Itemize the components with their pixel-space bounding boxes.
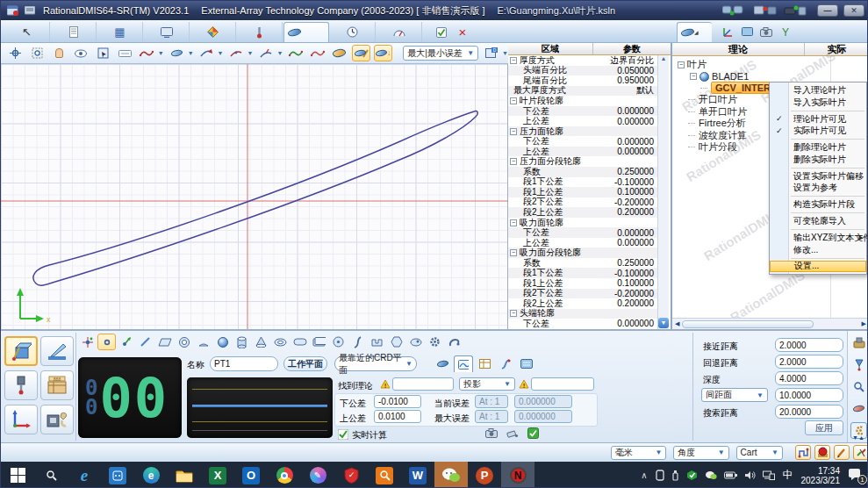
estop-icon[interactable] xyxy=(814,445,830,460)
chrome-icon[interactable] xyxy=(268,462,301,488)
dropdown-caret[interactable]: ▼ xyxy=(188,50,194,56)
gear-icon[interactable] xyxy=(426,334,444,350)
app-icon[interactable] xyxy=(4,5,22,17)
cancel-icon[interactable]: × xyxy=(454,25,471,39)
table-scrollbar[interactable]: ▲ ▼ xyxy=(657,55,669,329)
antivirus-icon[interactable] xyxy=(686,470,698,481)
angle-dropdown[interactable]: 角度▼ xyxy=(673,446,728,460)
graph-mini-icon[interactable] xyxy=(454,355,473,372)
wechat-icon[interactable] xyxy=(434,462,468,488)
collapse-icon[interactable]: − xyxy=(690,73,697,80)
screen-icon[interactable] xyxy=(738,22,756,42)
circle-icon[interactable] xyxy=(175,334,193,350)
menu-item[interactable]: 删除理论叶片 xyxy=(770,141,866,154)
dropdown-caret[interactable]: ▼ xyxy=(247,50,254,56)
graphics-canvas[interactable]: x xyxy=(1,64,508,329)
table-mini-icon[interactable] xyxy=(475,355,494,372)
curve-angle-icon[interactable] xyxy=(227,45,246,61)
menu-item[interactable]: ✓实际叶片可见 xyxy=(770,125,866,137)
fit-view-icon[interactable] xyxy=(6,45,25,61)
diamond-tab[interactable] xyxy=(190,22,236,42)
clock-tab[interactable] xyxy=(330,22,376,42)
rectangle-icon[interactable] xyxy=(310,334,328,350)
scroll-left-icon[interactable]: ◀ xyxy=(672,320,682,327)
menu-item[interactable]: 导入理论叶片 xyxy=(770,84,866,97)
usb-icon[interactable] xyxy=(671,470,679,481)
approach-input[interactable]: 2.0000 xyxy=(775,338,843,352)
collapse-icon[interactable]: − xyxy=(510,219,517,226)
axes-button[interactable] xyxy=(4,405,38,434)
dmis-icon[interactable]: N xyxy=(501,462,534,488)
pen-icon[interactable] xyxy=(834,445,850,460)
menu-item[interactable]: 输出XYZ到文本文件▶ xyxy=(770,232,866,244)
menu-item[interactable]: 删除实际叶片 xyxy=(770,154,866,166)
curve-vector-icon[interactable] xyxy=(256,45,275,61)
eraser-icon[interactable] xyxy=(506,427,519,439)
screen-mini-icon[interactable] xyxy=(517,355,536,372)
column-header-region[interactable]: 区域 xyxy=(508,43,592,54)
error-wave-low-icon[interactable] xyxy=(286,45,305,61)
blade-section-icon[interactable] xyxy=(330,45,348,61)
probe-sensor-button[interactable] xyxy=(4,370,38,400)
projection-dropdown[interactable]: 投影▼ xyxy=(459,377,515,391)
column-header-param[interactable]: 参数 xyxy=(592,43,671,54)
dropdown-caret[interactable]: ▼ xyxy=(218,50,224,56)
probe-icon[interactable] xyxy=(850,356,867,373)
slot-icon[interactable] xyxy=(291,334,309,350)
wechat-tray-icon[interactable] xyxy=(705,470,717,480)
snapshot-icon[interactable] xyxy=(485,427,498,439)
blade-mini-icon[interactable] xyxy=(433,355,452,372)
error-mode-dropdown[interactable]: 最大|最小误差▼ xyxy=(403,46,478,61)
menu-item[interactable]: 设置为参考 xyxy=(770,183,866,195)
curve-icon[interactable] xyxy=(348,334,367,350)
phone-icon[interactable] xyxy=(656,470,664,481)
fixture-button[interactable]: 888 xyxy=(40,370,74,400)
gauge-tab[interactable] xyxy=(377,22,422,42)
minimize-button[interactable]: — xyxy=(817,4,838,17)
view-eye-icon[interactable] xyxy=(72,45,90,61)
coord-dropdown[interactable]: Cart▼ xyxy=(736,446,783,460)
word-icon[interactable]: W xyxy=(401,462,434,488)
projection-input[interactable] xyxy=(531,377,594,391)
connect-icon[interactable] xyxy=(853,445,868,460)
volume-icon[interactable] xyxy=(744,470,756,480)
machine-button[interactable] xyxy=(40,405,74,434)
paint-app-icon[interactable]: ✎ xyxy=(301,462,334,488)
ime-indicator[interactable]: 中 xyxy=(783,468,793,483)
point-icon[interactable] xyxy=(97,334,116,350)
tree-item-BLADE1[interactable]: − BLADE1 xyxy=(672,70,868,82)
collapse-icon[interactable]: − xyxy=(510,310,517,317)
blade-red-icon[interactable] xyxy=(850,400,867,417)
cone-icon[interactable] xyxy=(252,334,270,350)
curve-draw-icon[interactable] xyxy=(168,45,186,61)
scroll-down-icon[interactable]: ▼ xyxy=(658,318,669,328)
ruler-button[interactable] xyxy=(40,336,74,366)
curve-arrow-icon[interactable] xyxy=(197,45,216,61)
param-row[interactable]: 下公差0.000000 xyxy=(508,319,659,329)
approach-input[interactable]: 4.0000 xyxy=(775,371,843,385)
collapse-icon[interactable]: − xyxy=(510,57,517,64)
excel-icon[interactable]: X xyxy=(201,462,234,488)
tree-hscrollbar[interactable]: ◀ ▶ xyxy=(672,318,868,329)
vector-point-icon[interactable] xyxy=(117,334,135,350)
screen-tab[interactable] xyxy=(144,22,190,42)
zoom-window-icon[interactable] xyxy=(28,45,47,61)
scan-curve-icon[interactable] xyxy=(138,45,156,61)
magnifier-icon[interactable] xyxy=(850,378,867,395)
units-dropdown[interactable]: 毫米▼ xyxy=(611,446,666,460)
menu-item[interactable]: 修改... xyxy=(770,244,866,256)
notification-icon[interactable]: 1 xyxy=(848,468,865,484)
collapse-icon[interactable]: − xyxy=(510,128,517,135)
select-box-icon[interactable] xyxy=(94,45,112,61)
sphere-icon[interactable] xyxy=(213,334,232,350)
tray-expand-icon[interactable]: ∧ xyxy=(641,470,647,480)
outlook-icon[interactable]: O xyxy=(234,462,268,488)
edge-icon[interactable]: e xyxy=(134,462,168,488)
label-icon[interactable] xyxy=(116,45,134,61)
error-wave-high-icon[interactable] xyxy=(308,45,326,61)
hook-icon[interactable] xyxy=(445,334,463,350)
disk-icon[interactable] xyxy=(329,334,348,350)
search-button[interactable] xyxy=(34,462,68,488)
collapse-icon[interactable]: − xyxy=(510,158,517,165)
menu-item[interactable]: 设置实际叶片偏移 xyxy=(770,170,866,183)
